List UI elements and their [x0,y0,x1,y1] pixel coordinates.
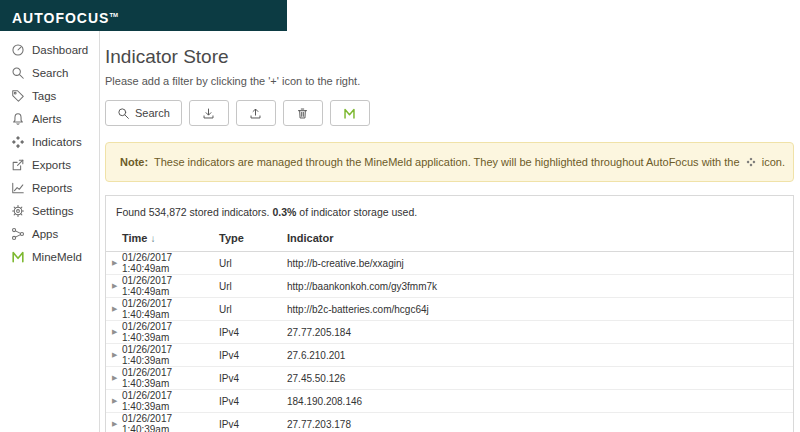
minemeld-indicator-icon [746,157,756,167]
search-button-label: Search [135,107,170,119]
export-icon [11,158,25,172]
sidebar: Dashboard Search Tags Alerts Indicators … [0,31,100,432]
storage-used-text: of indicator storage used. [299,206,417,218]
sidebar-item-exports[interactable]: Exports [0,153,99,176]
sidebar-item-label: Dashboard [32,44,88,56]
expand-row-icon[interactable]: ▶ [112,305,122,313]
reports-icon [11,181,25,195]
indicator-cell: 27.6.210.201 [287,350,793,361]
table-row[interactable]: ▶01/26/2017 1:40:49amUrlhttp://b2c-batte… [106,298,793,321]
type-cell: IPv4 [219,396,287,407]
sidebar-item-minemeld[interactable]: MineMeld [0,245,99,268]
sidebar-item-dashboard[interactable]: Dashboard [0,38,99,61]
sidebar-item-label: Reports [32,182,72,194]
sidebar-item-label: Alerts [32,113,61,125]
note-label: Note: [120,156,148,168]
type-cell: IPv4 [219,373,287,384]
table-row[interactable]: ▶01/26/2017 1:40:39amIPv427.45.50.126 [106,367,793,390]
sidebar-item-label: Exports [32,159,71,171]
gear-icon [11,204,25,218]
table-row[interactable]: ▶01/26/2017 1:40:39amIPv427.77.203.178 [106,413,793,432]
main-content: Indicator Store Please add a filter by c… [101,31,800,432]
type-cell: Url [219,281,287,292]
minemeld-icon [343,107,356,120]
search-icon [11,66,25,80]
expand-row-icon[interactable]: ▶ [112,259,122,267]
type-cell: IPv4 [219,350,287,361]
minemeld-icon [11,250,25,264]
sidebar-item-label: Tags [32,90,56,102]
search-button[interactable]: Search [105,100,182,126]
time-cell: 01/26/2017 1:40:39am [122,321,219,343]
sidebar-item-tags[interactable]: Tags [0,84,99,107]
column-header-type: Type [219,232,287,244]
indicator-store-panel: Found 534,872 stored indicators. 0.3% of… [105,195,794,432]
storage-summary: Found 534,872 stored indicators. 0.3% of… [106,196,793,227]
dashboard-icon [11,43,25,57]
download-indicators-button[interactable] [189,100,229,126]
sidebar-item-search[interactable]: Search [0,61,99,84]
sidebar-item-settings[interactable]: Settings [0,199,99,222]
top-navbar: AUTOFOCUSTM [0,0,287,31]
download-icon [202,107,215,120]
page-title: Indicator Store [105,46,794,68]
sidebar-item-label: Apps [32,228,58,240]
column-header-indicator: Indicator [287,232,793,244]
autofocus-logo: AUTOFOCUSTM [0,0,287,34]
expand-row-icon[interactable]: ▶ [112,374,122,382]
table-row[interactable]: ▶01/26/2017 1:40:39amIPv427.77.205.184 [106,321,793,344]
column-header-time[interactable]: Time↓ [122,232,219,244]
sidebar-item-reports[interactable]: Reports [0,176,99,199]
type-cell: Url [219,258,287,269]
storage-percent: 0.3% [272,206,296,218]
sidebar-item-label: Settings [32,205,74,217]
bell-icon [11,112,25,126]
expand-row-icon[interactable]: ▶ [112,420,122,428]
time-cell: 01/26/2017 1:40:39am [122,367,219,389]
time-cell: 01/26/2017 1:40:49am [122,275,219,297]
indicator-cell: 27.77.203.178 [287,419,793,430]
sidebar-item-indicators[interactable]: Indicators [0,130,99,153]
sidebar-item-label: Search [32,67,68,79]
sidebar-item-label: MineMeld [32,251,82,263]
table-row[interactable]: ▶01/26/2017 1:40:39amIPv427.6.210.201 [106,344,793,367]
delete-indicators-button[interactable] [283,100,323,126]
expand-row-icon[interactable]: ▶ [112,282,122,290]
table-row[interactable]: ▶01/26/2017 1:40:39amIPv4184.190.208.146 [106,390,793,413]
type-cell: IPv4 [219,327,287,338]
table-header: Time↓ Type Indicator [106,227,793,252]
time-cell: 01/26/2017 1:40:49am [122,252,219,274]
expand-row-icon[interactable]: ▶ [112,328,122,336]
note-text: These indicators are managed through the… [154,156,740,168]
indicator-cell: http://b-creative.be/xxaginj [287,258,793,269]
table-row[interactable]: ▶01/26/2017 1:40:49amUrlhttp://b-creativ… [106,252,793,275]
sidebar-item-apps[interactable]: Apps [0,222,99,245]
expand-row-icon[interactable]: ▶ [112,397,122,405]
sort-down-icon: ↓ [150,233,155,244]
sidebar-item-alerts[interactable]: Alerts [0,107,99,130]
tag-icon [11,89,25,103]
trash-icon [296,107,309,120]
found-count-text: Found 534,872 stored indicators. [116,206,270,218]
filter-hint: Please add a filter by clicking the '+' … [105,75,794,87]
time-cell: 01/26/2017 1:40:39am [122,413,219,432]
indicator-cell: http://baankonkoh.com/gy3fmm7k [287,281,793,292]
apps-icon [11,227,25,241]
table-row[interactable]: ▶01/26/2017 1:40:49amUrlhttp://baankonko… [106,275,793,298]
minemeld-note: Note: These indicators are managed throu… [105,142,794,182]
expand-row-icon[interactable]: ▶ [112,351,122,359]
upload-icon [249,107,262,120]
minemeld-button[interactable] [330,100,370,126]
indicator-cell: http://b2c-batteries.com/hcgc64j [287,304,793,315]
type-cell: IPv4 [219,419,287,430]
time-cell: 01/26/2017 1:40:39am [122,344,219,366]
indicators-icon [11,135,25,149]
search-icon [117,107,130,120]
upload-indicators-button[interactable] [236,100,276,126]
sidebar-item-label: Indicators [32,136,82,148]
time-cell: 01/26/2017 1:40:49am [122,298,219,320]
time-cell: 01/26/2017 1:40:39am [122,390,219,412]
note-text-after: icon. [762,156,785,168]
toolbar: Search [105,100,794,126]
type-cell: Url [219,304,287,315]
